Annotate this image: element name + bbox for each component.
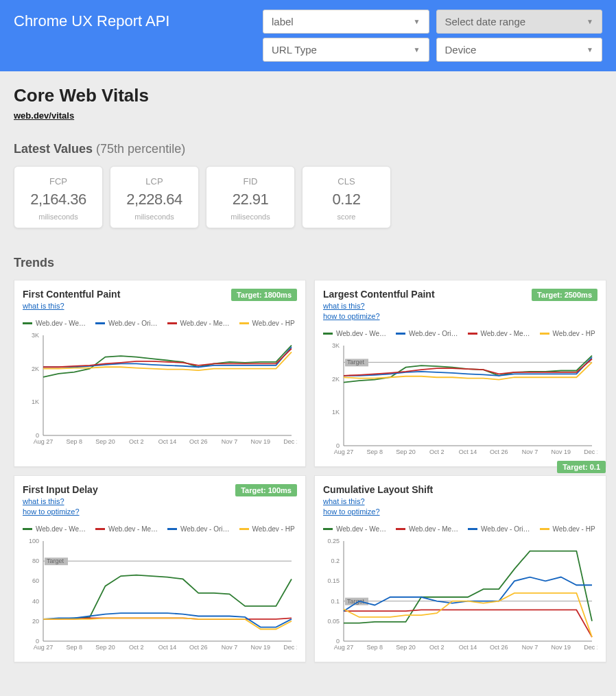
legend-swatch xyxy=(323,333,333,335)
svg-text:Oct 26: Oct 26 xyxy=(189,438,208,445)
chevron-down-icon: ▼ xyxy=(414,46,420,53)
chevron-down-icon: ▼ xyxy=(587,18,593,25)
svg-text:Oct 26: Oct 26 xyxy=(490,448,508,455)
metric-value: 2,228.64 xyxy=(117,191,191,208)
svg-text:0.25: 0.25 xyxy=(327,538,340,544)
svg-text:Aug 27: Aug 27 xyxy=(334,644,354,651)
latest-values-title: Latest Values (75th percentile) xyxy=(14,142,602,156)
chart-title: First Contentful Paint xyxy=(23,289,120,300)
svg-text:1K: 1K xyxy=(32,398,39,405)
svg-text:Nov 7: Nov 7 xyxy=(522,644,538,651)
legend-swatch xyxy=(468,528,477,530)
page-title: Core Web Vitals xyxy=(14,85,602,106)
app-header: Chrome UX Report API label▼ Select date … xyxy=(0,0,616,71)
chart-link-what[interactable]: what is this? xyxy=(23,302,120,310)
svg-text:Nov 19: Nov 19 xyxy=(250,438,270,445)
legend-item: Web.dev - HP xyxy=(540,525,595,533)
chart-panel-lcp: Largest Contentful Paint what is this?ho… xyxy=(314,280,606,467)
series-line xyxy=(344,551,592,623)
vitals-link[interactable]: web.dev/vitals xyxy=(14,110,74,121)
chevron-down-icon: ▼ xyxy=(414,18,420,25)
chart-links: what is this?how to optimize? xyxy=(323,497,433,516)
legend-swatch xyxy=(167,528,177,530)
legend-item: Web.dev - Ori… xyxy=(468,525,530,533)
chart-legend: Web.dev - We…Web.dev - Ori…Web.dev - Me…… xyxy=(323,330,597,337)
svg-text:Oct 2: Oct 2 xyxy=(129,438,144,445)
chart-title: Cumulative Layout Shift xyxy=(323,484,433,495)
svg-text:Oct 26: Oct 26 xyxy=(189,644,208,651)
charts-grid: First Contentful Paint what is this? Tar… xyxy=(14,280,602,662)
filter-label[interactable]: label▼ xyxy=(263,10,429,34)
metric-unit: miliseconds xyxy=(21,213,95,221)
metric-card: LCP 2,228.64 miliseconds xyxy=(110,166,199,228)
metric-label: CLS xyxy=(309,176,383,187)
svg-text:Oct 2: Oct 2 xyxy=(429,644,445,651)
legend-item: Web.dev - Ori… xyxy=(167,525,230,533)
app-title: Chrome UX Report API xyxy=(14,10,249,30)
metric-unit: miliseconds xyxy=(117,213,191,221)
svg-text:Dec 1: Dec 1 xyxy=(584,448,597,455)
filter-device[interactable]: Device▼ xyxy=(436,38,603,62)
legend-swatch xyxy=(23,528,32,530)
chart-title: First Input Delay xyxy=(23,484,98,495)
metric-label: FID xyxy=(213,176,287,187)
legend-swatch xyxy=(396,528,405,530)
legend-item: Web.dev - Ori… xyxy=(95,320,158,327)
legend-swatch xyxy=(468,333,477,335)
target-badge: Target: 2500ms xyxy=(532,289,597,301)
legend-item: Web.dev - Ori… xyxy=(396,330,458,337)
legend-item: Web.dev - HP xyxy=(540,330,595,337)
svg-text:Nov 19: Nov 19 xyxy=(250,644,270,651)
legend-item: Web.dev - HP xyxy=(239,320,295,327)
chart-panel-fid: First Input Delay what is this?how to op… xyxy=(14,475,306,662)
series-line xyxy=(344,593,592,637)
svg-text:Oct 14: Oct 14 xyxy=(158,438,177,445)
chart-plot: 00.050.10.150.20.25TargetAug 27Sep 8Sep … xyxy=(323,537,597,653)
legend-item: Web.dev - We… xyxy=(23,320,86,327)
metric-label: FCP xyxy=(21,176,95,187)
svg-text:Oct 26: Oct 26 xyxy=(490,644,508,651)
chart-link-optimize[interactable]: how to optimize? xyxy=(23,507,98,516)
legend-swatch xyxy=(239,322,249,324)
chart-link-optimize[interactable]: how to optimize? xyxy=(323,312,435,320)
svg-text:Target: Target xyxy=(347,359,365,365)
svg-text:0.15: 0.15 xyxy=(327,577,340,584)
svg-text:Nov 7: Nov 7 xyxy=(222,644,238,651)
svg-text:Oct 2: Oct 2 xyxy=(429,448,445,455)
svg-text:Dec 1: Dec 1 xyxy=(283,438,297,445)
svg-text:Sep 8: Sep 8 xyxy=(66,644,82,651)
chart-panel-cls: Cumulative Layout Shift what is this?how… xyxy=(314,475,606,662)
chart-links: what is this?how to optimize? xyxy=(23,497,98,516)
chart-plot: 01K2K3KTargetAug 27Sep 8Sep 20Oct 2Oct 1… xyxy=(323,341,597,458)
metric-label: LCP xyxy=(117,176,191,187)
svg-text:0.05: 0.05 xyxy=(327,618,340,625)
svg-text:100: 100 xyxy=(29,538,39,544)
svg-text:Aug 27: Aug 27 xyxy=(334,448,354,455)
svg-text:Oct 2: Oct 2 xyxy=(129,644,144,651)
chart-link-optimize[interactable]: how to optimize? xyxy=(323,507,433,516)
metric-unit: miliseconds xyxy=(213,213,287,221)
svg-text:Nov 7: Nov 7 xyxy=(522,448,538,455)
chart-link-what[interactable]: what is this? xyxy=(323,497,433,505)
metric-cards: FCP 2,164.36 milisecondsLCP 2,228.64 mil… xyxy=(14,166,602,228)
svg-text:Nov 19: Nov 19 xyxy=(551,644,571,651)
series-line xyxy=(344,610,592,637)
filter-date-range[interactable]: Select date range▼ xyxy=(436,10,603,34)
chart-link-what[interactable]: what is this? xyxy=(323,302,435,310)
filter-url-type[interactable]: URL Type▼ xyxy=(263,38,429,62)
svg-text:Nov 7: Nov 7 xyxy=(222,438,238,445)
svg-text:3K: 3K xyxy=(32,332,39,339)
chevron-down-icon: ▼ xyxy=(587,46,593,53)
legend-swatch xyxy=(95,322,105,324)
legend-item: Web.dev - Me… xyxy=(167,320,230,327)
svg-text:Dec 1: Dec 1 xyxy=(283,644,297,651)
svg-text:Dec 1: Dec 1 xyxy=(584,644,597,651)
series-line xyxy=(344,577,592,612)
svg-text:80: 80 xyxy=(32,557,39,564)
chart-panel-fcp: First Contentful Paint what is this? Tar… xyxy=(14,280,306,467)
legend-item: Web.dev - Me… xyxy=(468,330,530,337)
chart-link-what[interactable]: what is this? xyxy=(23,497,98,505)
svg-text:2K: 2K xyxy=(332,376,340,383)
legend-swatch xyxy=(396,333,405,335)
legend-swatch xyxy=(95,528,105,530)
